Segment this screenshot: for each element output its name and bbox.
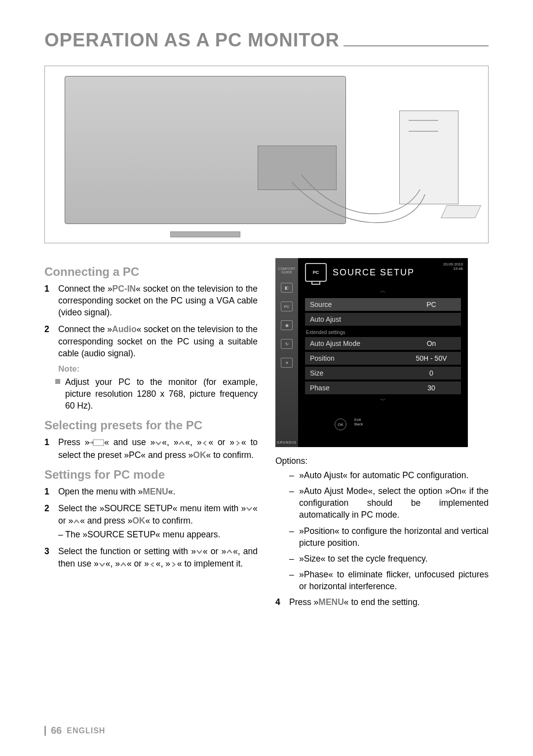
options-label: Options:	[275, 456, 489, 466]
option-auto-ajust: –»Auto Ajust« for automatic PC configura…	[289, 469, 489, 481]
osd-ok-icon: OK	[335, 418, 346, 430]
osd-nav-tools-icon: ✕	[281, 358, 293, 368]
settings-step-1: 1 Open the menu with »MENU«.	[44, 486, 258, 497]
down-chevron-icon	[99, 559, 106, 570]
osd-row-source: SourcePC	[305, 298, 461, 311]
option-size: –»Size« to set the cycle frequency.	[289, 553, 489, 565]
connection-diagram	[44, 66, 489, 243]
settings-step-2: 2 Select the »SOURCE SETUP« menu item wi…	[44, 502, 258, 540]
osd-sidebar: COMFORT GUIDE ◧ PC ◉ ↻ ✕ GRUNDIG	[275, 258, 298, 447]
options-list: –»Auto Ajust« for automatic PC configura…	[289, 469, 489, 592]
osd-nav-refresh-icon: ↻	[281, 339, 293, 349]
osd-extended-label: Extended settings	[306, 330, 461, 335]
osd-header: PC SOURCE SETUP	[305, 263, 461, 282]
osd-remote-hint: OK ExitBack	[305, 414, 461, 438]
settings-step-3: 3 Select the function or setting with »«…	[44, 545, 258, 570]
settings-step-2-sub: – The »SOURCE SETUP« menu appears.	[58, 529, 258, 540]
down-chevron-icon	[196, 546, 203, 558]
osd-datetime: 20.09.201015:46	[443, 262, 463, 271]
connecting-heading: Connecting a PC	[44, 265, 258, 279]
osd-up-arrow-icon: ︿	[305, 287, 461, 295]
osd-nav-pc-icon: PC	[281, 302, 293, 311]
right-column: COMFORT GUIDE ◧ PC ◉ ↻ ✕ GRUNDIG 20.09.2…	[275, 258, 489, 613]
up-chevron-icon	[226, 546, 233, 558]
osd-nav-eye-icon: ◉	[281, 320, 293, 330]
footer-bar	[44, 726, 46, 736]
right-chevron-icon	[170, 559, 177, 570]
up-chevron-icon	[120, 559, 127, 570]
up-chevron-icon	[178, 437, 185, 449]
page-title-row: OPERATION AS A PC MONITOR	[44, 30, 489, 51]
osd-row-autoajust: Auto Ajust	[305, 313, 461, 326]
bullet-square-icon	[55, 379, 60, 384]
note-label: Note:	[58, 364, 258, 374]
up-chevron-icon	[73, 516, 80, 528]
page-number: 66	[51, 725, 62, 736]
note-body: Adjust your PC to the monitor (for examp…	[55, 376, 258, 412]
connecting-step-1: 1 Connect the »PC-IN« socket on the tele…	[44, 283, 258, 318]
footer-language: ENGLISH	[67, 726, 105, 735]
page-title: OPERATION AS A PC MONITOR	[44, 30, 340, 51]
osd-nav-icon: ◧	[281, 283, 293, 293]
page-footer: 66 ENGLISH	[44, 725, 105, 736]
option-phase: –»Phase« to eliminate flicker, unfocused…	[289, 568, 489, 592]
osd-row-size: Size0	[305, 367, 461, 379]
left-chevron-icon	[201, 437, 208, 449]
settings-heading: Settings for PC mode	[44, 468, 258, 482]
source-button-icon	[89, 437, 104, 449]
option-auto-ajust-mode: –»Auto Ajust Mode«, select the option »O…	[289, 485, 489, 521]
osd-comfort-label: COMFORT GUIDE	[275, 267, 298, 274]
cable-illustration	[45, 66, 488, 243]
connecting-step-2: 2 Connect the »Audio« socket on the tele…	[44, 323, 258, 359]
osd-title: SOURCE SETUP	[333, 267, 415, 278]
down-chevron-icon	[246, 503, 253, 515]
down-chevron-icon	[155, 437, 162, 449]
osd-menu: COMFORT GUIDE ◧ PC ◉ ↻ ✕ GRUNDIG 20.09.2…	[275, 258, 468, 447]
svg-rect-0	[93, 440, 104, 446]
left-column: Connecting a PC 1 Connect the »PC-IN« so…	[44, 258, 258, 613]
osd-row-phase: Phase30	[305, 381, 461, 394]
right-chevron-icon	[234, 437, 241, 449]
settings-step-4: 4 Press »MENU« to end the setting.	[275, 596, 489, 608]
osd-pc-icon: PC	[305, 263, 327, 282]
osd-row-mode: Auto Ajust ModeOn	[305, 337, 461, 350]
left-chevron-icon	[149, 559, 156, 570]
osd-brand: GRUNDIG	[277, 441, 297, 444]
presets-heading: Selecting presets for the PC	[44, 418, 258, 432]
title-rule	[343, 45, 489, 46]
presets-step-1: 1 Press »« and use »«, »«, »« or »« to s…	[44, 436, 258, 461]
osd-down-arrow-icon: ﹀	[305, 396, 461, 405]
osd-row-position: Position50H - 50V	[305, 352, 461, 365]
option-position: –»Position« to configure the horizontal …	[289, 525, 489, 549]
